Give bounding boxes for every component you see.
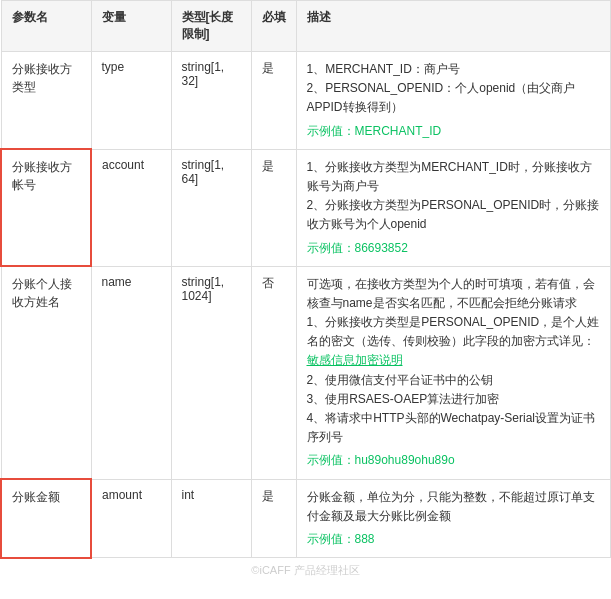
desc-cell: 1、MERCHANT_ID：商户号2、PERSONAL_OPENID：个人ope… <box>296 52 611 150</box>
required-cell: 是 <box>251 479 296 558</box>
sensitive-info-link[interactable]: 敏感信息加密说明 <box>307 353 403 367</box>
desc-line: 1、MERCHANT_ID：商户号 <box>307 62 460 76</box>
example-value: 示例值：888 <box>307 530 601 549</box>
header-param-name: 参数名 <box>1 1 91 52</box>
desc-line: 分账金额，单位为分，只能为整数，不能超过原订单支付金额及最大分账比例金额 <box>307 490 595 523</box>
variable-cell: amount <box>91 479 171 558</box>
desc-line: 2、PERSONAL_OPENID：个人openid（由父商户APPID转换得到… <box>307 81 576 114</box>
desc-cell: 分账金额，单位为分，只能为整数，不能超过原订单支付金额及最大分账比例金额示例值：… <box>296 479 611 558</box>
desc-cell: 可选项，在接收方类型为个人的时可填项，若有值，会核查与name是否实名匹配，不匹… <box>296 266 611 479</box>
watermark: ©iCAFF 产品经理社区 <box>0 559 611 582</box>
type-cell: string[1, 1024] <box>171 266 251 479</box>
desc-cell: 1、分账接收方类型为MERCHANT_ID时，分账接收方账号为商户号2、分账接收… <box>296 149 611 266</box>
type-cell: string[1, 64] <box>171 149 251 266</box>
desc-line-after: 2、使用微信支付平台证书中的公钥 <box>307 373 494 387</box>
param-name-cell: 分账接收方类型 <box>1 52 91 150</box>
desc-line-after: 3、使用RSAES-OAEP算法进行加密 <box>307 392 500 406</box>
variable-cell: account <box>91 149 171 266</box>
type-cell: int <box>171 479 251 558</box>
example-value: 示例值：MERCHANT_ID <box>307 122 601 141</box>
type-cell: string[1, 32] <box>171 52 251 150</box>
required-cell: 是 <box>251 52 296 150</box>
variable-cell: type <box>91 52 171 150</box>
param-name-cell: 分账金额 <box>1 479 91 558</box>
desc-line: 1、分账接收方类型为MERCHANT_ID时，分账接收方账号为商户号 <box>307 160 592 193</box>
header-type: 类型[长度限制] <box>171 1 251 52</box>
header-variable: 变量 <box>91 1 171 52</box>
desc-line-after: 4、将请求中HTTP头部的Wechatpay-Serial设置为证书序列号 <box>307 411 596 444</box>
required-cell: 否 <box>251 266 296 479</box>
desc-line: 可选项，在接收方类型为个人的时可填项，若有值，会核查与name是否实名匹配，不匹… <box>307 277 595 310</box>
desc-line: 2、分账接收方类型为PERSONAL_OPENID时，分账接收方账号为个人ope… <box>307 198 600 231</box>
required-cell: 是 <box>251 149 296 266</box>
example-value: 示例值：hu89ohu89ohu89o <box>307 451 601 470</box>
header-required: 必填 <box>251 1 296 52</box>
desc-line: 1、分账接收方类型是PERSONAL_OPENID，是个人姓名的密文（选传、传则… <box>307 315 600 348</box>
example-value: 示例值：86693852 <box>307 239 601 258</box>
header-desc: 描述 <box>296 1 611 52</box>
param-name-cell: 分账接收方帐号 <box>1 149 91 266</box>
variable-cell: name <box>91 266 171 479</box>
param-name-cell: 分账个人接收方姓名 <box>1 266 91 479</box>
